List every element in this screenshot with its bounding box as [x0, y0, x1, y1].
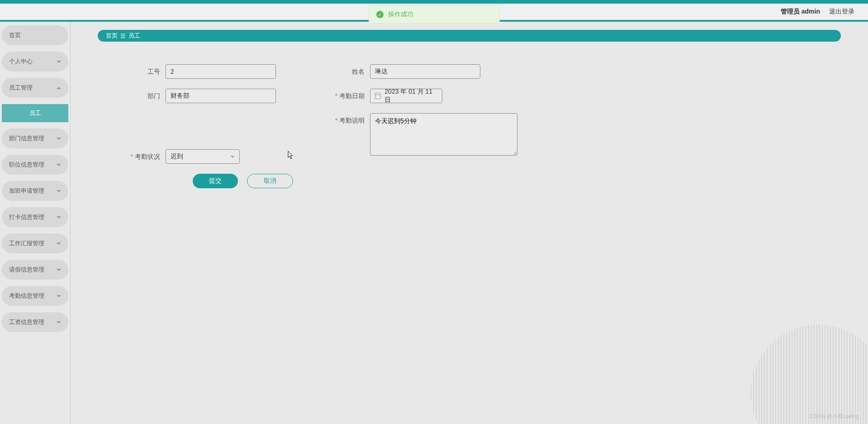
- input-dept[interactable]: [166, 89, 276, 103]
- sidebar-item-overtime[interactable]: 加班申请管理: [2, 181, 68, 201]
- calendar-icon: [375, 93, 381, 99]
- sidebar-item-label: 员工: [29, 109, 41, 117]
- sidebar-subitem-employee[interactable]: 员工: [2, 104, 68, 122]
- success-toast: ✓ 操作成功: [369, 5, 500, 24]
- chevron-down-icon: [57, 269, 61, 271]
- chevron-down-icon: [57, 138, 61, 140]
- sidebar-item-report[interactable]: 工作汇报管理: [2, 233, 68, 253]
- breadcrumb-home[interactable]: 首页: [106, 32, 118, 40]
- input-name[interactable]: [370, 64, 480, 79]
- form: 工号 部门 考勤状况 迟到 提交 取消: [98, 64, 841, 188]
- chevron-down-icon: [57, 164, 61, 166]
- sidebar-item-clock[interactable]: 打卡信息管理: [2, 207, 68, 227]
- user-label[interactable]: 管理员 admin: [781, 8, 820, 16]
- date-value: 2023 年 01 月 11 日: [384, 88, 437, 104]
- chevron-up-icon: [57, 87, 61, 89]
- textarea-desc[interactable]: [370, 113, 517, 156]
- select-status[interactable]: 迟到: [166, 149, 240, 164]
- sidebar-item-dept[interactable]: 部门信息管理: [2, 129, 68, 148]
- input-date[interactable]: 2023 年 01 月 11 日: [370, 89, 442, 103]
- sidebar-item-label: 工作汇报管理: [9, 239, 44, 248]
- breadcrumb-separator-icon: ☰: [120, 33, 126, 39]
- sidebar-item-attendance[interactable]: 考勤信息管理: [2, 286, 68, 306]
- sidebar-item-label: 考勤信息管理: [9, 292, 44, 300]
- sidebar-item-label: 员工管理: [9, 84, 33, 92]
- sidebar-item-label: 个人中心: [9, 57, 33, 66]
- label-desc: 考勤说明: [329, 113, 370, 128]
- submit-button[interactable]: 提交: [193, 174, 238, 188]
- sidebar-item-position[interactable]: 职位信息管理: [2, 155, 68, 175]
- chevron-down-icon: [57, 216, 61, 219]
- sidebar-item-home[interactable]: 首页: [2, 25, 68, 45]
- sidebar-item-personal[interactable]: 个人中心: [2, 52, 68, 71]
- sidebar-item-leave[interactable]: 请假信息管理: [2, 260, 68, 280]
- sidebar-item-label: 职位信息管理: [9, 161, 44, 169]
- breadcrumb: 首页 ☰ 员工: [98, 30, 841, 42]
- sidebar-item-employee[interactable]: 员工管理: [2, 78, 68, 98]
- sidebar-item-label: 打卡信息管理: [9, 213, 44, 221]
- chevron-down-icon: [57, 61, 61, 63]
- chevron-down-icon: [57, 321, 61, 324]
- label-name: 姓名: [329, 64, 370, 79]
- sidebar-item-label: 工资信息管理: [9, 318, 44, 326]
- chevron-down-icon: [57, 243, 61, 245]
- top-accent-bar: [0, 0, 868, 4]
- label-dept: 部门: [125, 89, 166, 103]
- content: 首页 ☰ 员工 工号 部门 考勤状况 迟到: [71, 22, 868, 424]
- label-id: 工号: [125, 64, 166, 79]
- sidebar-item-salary[interactable]: 工资信息管理: [2, 312, 68, 332]
- breadcrumb-current: 员工: [128, 32, 140, 40]
- toast-message: 操作成功: [388, 10, 413, 19]
- sidebar-item-label: 首页: [9, 31, 21, 39]
- label-date: 考勤日期: [329, 89, 370, 103]
- chevron-down-icon: [57, 295, 61, 297]
- cancel-button[interactable]: 取消: [247, 174, 293, 188]
- select-status-value: 迟到: [171, 152, 183, 161]
- logout-link[interactable]: 退出登录: [829, 8, 854, 16]
- sidebar: 首页 个人中心 员工管理 员工 部门信息管理 职位信息管理 加班申请管理 打卡信…: [0, 22, 71, 424]
- input-id[interactable]: [166, 64, 276, 79]
- label-status: 考勤状况: [125, 149, 166, 164]
- chevron-down-icon: [57, 190, 61, 192]
- check-icon: ✓: [376, 11, 384, 18]
- sidebar-item-label: 加班申请管理: [9, 187, 44, 195]
- sidebar-item-label: 请假信息管理: [9, 266, 44, 274]
- chevron-down-icon: [230, 156, 235, 158]
- sidebar-item-label: 部门信息管理: [9, 134, 44, 143]
